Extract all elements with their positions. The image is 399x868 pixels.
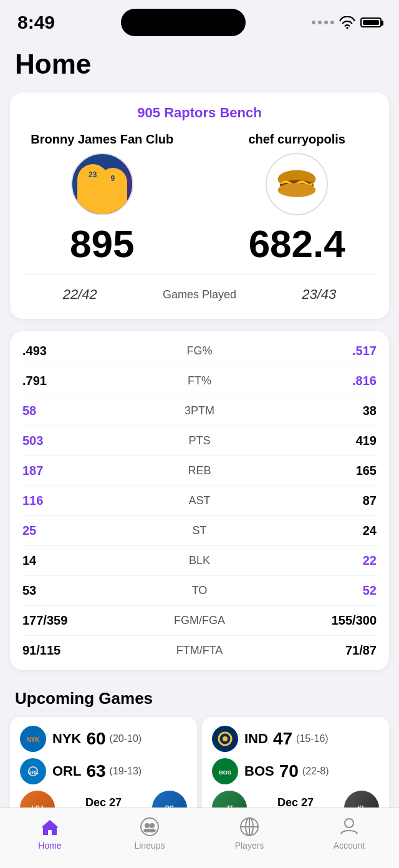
stat-center-0: FG% [128,344,270,358]
svg-text:BOS: BOS [219,769,231,776]
team1-name: Bronny James Fan Club [31,132,173,147]
stat-row-1: .791FT%.816 [22,366,377,396]
bos-row: BOS BOS 70 (22-8) [212,758,379,784]
svg-point-16 [150,823,155,828]
svg-point-3 [278,183,316,197]
stat-center-6: ST [128,524,270,537]
players-icon [238,816,261,838]
stats-card: .493FG%.517.791FT%.816583PTM38503PTS4191… [10,331,389,670]
stat-center-5: AST [128,494,270,507]
stat-left-9: 177/359 [22,613,128,628]
bos-record: (22-8) [302,766,329,777]
svg-point-23 [345,819,353,827]
ind-score: 47 [273,729,292,749]
nyk-record: (20-10) [110,733,142,744]
stat-row-0: .493FG%.517 [22,336,377,366]
stat-right-2: 38 [271,404,377,418]
status-bar: 8:49 [0,0,399,41]
team2-avatar [266,153,328,215]
orl-record: (19-13) [110,766,142,777]
matchup-row: Bronny James Fan Club 895 chef curryopol… [22,132,377,266]
team2-score: 682.4 [249,222,345,266]
svg-point-0 [346,27,348,29]
stat-right-7: 22 [271,553,377,568]
team1-avatar [71,153,133,215]
stat-center-3: PTS [128,434,270,447]
nyk-score: 60 [86,729,105,749]
stat-row-2: 583PTM38 [22,396,377,426]
nav-home[interactable]: Home [0,816,100,851]
stat-right-10: 71/87 [271,643,377,658]
stat-left-8: 53 [22,583,128,598]
nav-account[interactable]: Account [299,816,399,851]
stat-row-6: 25ST24 [22,516,377,546]
svg-point-18 [148,829,156,832]
stat-row-10: 91/115FTM/FTA71/87 [22,636,377,665]
team1-side: Bronny James Fan Club 895 [22,132,182,266]
account-icon [338,816,360,838]
stat-right-4: 165 [271,464,377,478]
nav-home-label: Home [38,841,61,851]
stat-right-3: 419 [271,434,377,448]
stat-center-2: 3PTM [128,404,270,417]
stat-right-1: .816 [271,374,377,388]
stat-right-5: 87 [271,494,377,508]
stat-left-5: 116 [22,494,128,508]
nav-lineups-label: Lineups [134,841,165,851]
team1-gp: 22/42 [29,286,131,303]
nav-account-label: Account [334,841,365,851]
nav-lineups[interactable]: Lineups [100,816,200,851]
matchup-card: 905 Raptors Bench Bronny James Fan Club … [10,92,389,319]
stat-left-7: 14 [22,553,128,568]
ind-record: (15-16) [296,733,329,744]
stat-center-4: REB [128,464,270,477]
nyk-row: NYK NYK 60 (20-10) [20,726,187,752]
team2-side: chef curryopolis 682.4 [217,132,377,266]
nyk-abbr: NYK [52,731,81,747]
league-name: 905 Raptors Bench [22,105,377,121]
stat-center-7: BLK [128,554,270,567]
nav-players[interactable]: Players [200,816,299,851]
status-time: 8:49 [17,12,55,33]
wifi-icon [339,16,355,29]
nav-players-label: Players [235,841,264,851]
orl-row: ORL ORL 63 (19-13) [20,758,187,784]
orl-score: 63 [86,761,105,781]
svg-text:NYK: NYK [26,736,40,743]
ind-abbr: IND [244,731,268,747]
bos-abbr: BOS [244,763,274,779]
stat-center-8: TO [128,584,270,597]
stat-left-10: 91/115 [22,643,128,658]
stat-row-4: 187REB165 [22,456,377,486]
team2-gp: 23/43 [268,286,370,303]
orl-logo: ORL [20,758,46,784]
ind-row: IND 47 (15-16) [212,726,379,752]
svg-text:ORL: ORL [28,769,39,775]
nyk-logo: NYK [20,726,46,752]
stat-right-6: 24 [271,524,377,538]
stat-center-10: FTM/FTA [128,644,270,657]
team2-name: chef curryopolis [248,132,345,147]
stat-center-9: FGM/FGA [128,614,270,627]
home-icon [39,816,61,838]
stat-right-0: .517 [271,344,377,358]
ind-logo [212,726,238,752]
status-icons [312,16,382,29]
signal-dots [312,21,334,24]
stat-left-6: 25 [22,524,128,538]
bos-score: 70 [279,761,299,781]
dynamic-island [121,9,246,36]
stat-right-9: 155/300 [271,613,377,628]
games-played-row: 22/42 Games Played 23/43 [22,283,377,306]
stat-row-8: 53TO52 [22,576,377,606]
stat-row-5: 116AST87 [22,486,377,516]
svg-point-15 [145,823,150,828]
page-title: Home [0,41,399,92]
svg-point-14 [141,818,158,836]
stat-left-1: .791 [22,374,128,388]
bottom-nav: Home Lineups Players [0,807,399,868]
stat-left-2: 58 [22,404,128,418]
games-played-label: Games Played [131,288,267,301]
stat-left-3: 503 [22,434,128,448]
stat-right-8: 52 [271,583,377,598]
